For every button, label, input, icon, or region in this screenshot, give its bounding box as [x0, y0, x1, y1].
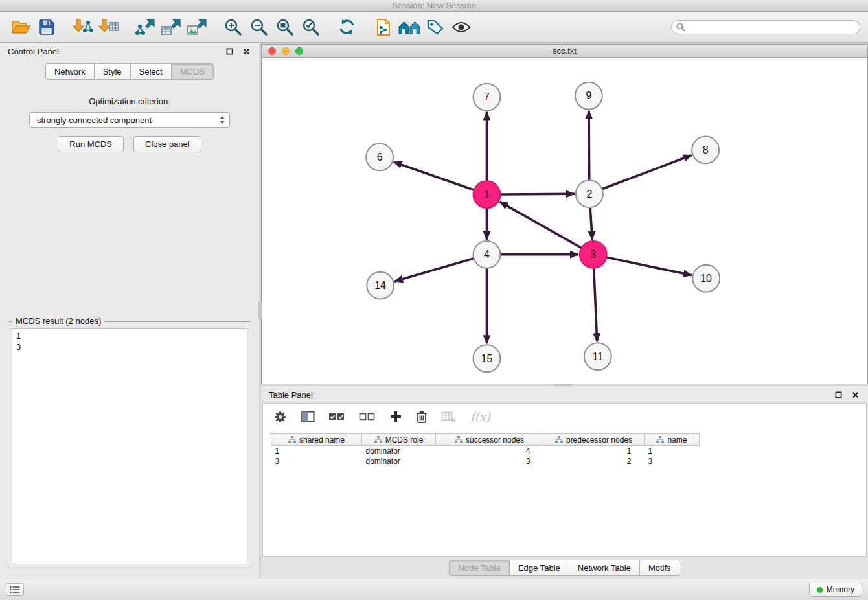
run-mcds-button[interactable]: Run MCDS [58, 136, 124, 152]
tab-node-table[interactable]: Node Table [449, 560, 510, 576]
graph-edge[interactable] [594, 268, 597, 342]
tab-motifs[interactable]: Motifs [640, 560, 680, 576]
import-network-button[interactable] [70, 15, 96, 40]
graph-edge[interactable] [589, 111, 589, 181]
delete-row-button[interactable] [416, 410, 428, 424]
window-zoom-icon[interactable]: + [295, 47, 303, 55]
graph-node-label: 15 [481, 353, 493, 364]
column-header[interactable]: MCDS role [362, 434, 436, 446]
search-input[interactable] [671, 20, 860, 34]
refresh-button[interactable] [334, 15, 360, 40]
tab-mcds[interactable]: MCDS [172, 63, 214, 80]
close-panel-action-button[interactable]: Close panel [133, 136, 201, 152]
graph-node-label: 4 [484, 249, 490, 260]
add-icon [389, 410, 402, 423]
graph-node-label: 8 [703, 144, 709, 156]
node-table-body: 1dominator4113dominator323 [271, 446, 700, 467]
graph-edge[interactable] [394, 259, 474, 282]
close-table-panel-button[interactable] [850, 389, 860, 400]
zoom-in-button[interactable] [220, 15, 246, 40]
graph-edge[interactable] [500, 194, 575, 194]
graph-node[interactable]: 3 [580, 241, 607, 268]
deselect-all-button[interactable] [359, 411, 376, 422]
close-panel-button[interactable] [241, 46, 251, 56]
column-header[interactable]: predecessor nodes [543, 434, 645, 446]
graph-node[interactable]: 4 [474, 241, 501, 268]
float-panel-button[interactable] [224, 46, 234, 56]
network-canvas[interactable]: 7968124314101511 [262, 58, 867, 384]
control-panel-tabs: Network Style Select MCDS [0, 63, 259, 80]
table-row[interactable]: 3dominator323 [271, 456, 700, 467]
window-minimize-icon[interactable]: − [282, 47, 290, 55]
column-header[interactable]: shared name [271, 434, 362, 446]
table-cell: dominator [362, 456, 436, 467]
graph-node[interactable]: 10 [692, 265, 720, 292]
zoom-fit-button[interactable] [272, 15, 298, 40]
graph-edge[interactable] [606, 257, 691, 275]
graph-node[interactable]: 2 [576, 180, 603, 207]
window-close-icon[interactable]: × [268, 47, 276, 55]
graph-edge[interactable] [590, 207, 592, 240]
table-settings-button[interactable] [273, 410, 287, 424]
import-table-button[interactable] [96, 15, 122, 40]
graph-node[interactable]: 11 [584, 343, 611, 370]
close-icon [243, 48, 250, 55]
column-chooser-button[interactable] [301, 410, 315, 423]
column-edit-icon [374, 436, 382, 443]
graph-node[interactable]: 9 [575, 82, 602, 110]
import-table-icon [98, 18, 119, 36]
export-table-icon [161, 18, 181, 36]
search-box [671, 20, 860, 34]
tab-select[interactable]: Select [131, 63, 172, 80]
show-graphics-details-button[interactable] [448, 15, 474, 40]
graph-node[interactable]: 7 [474, 84, 501, 111]
export-network-icon [135, 18, 155, 36]
column-header[interactable]: name [645, 434, 700, 446]
table-cell: 2 [543, 456, 645, 467]
open-file-button[interactable] [8, 15, 34, 40]
mcds-result-list[interactable]: 13 [12, 328, 247, 564]
graph-node[interactable]: 15 [474, 345, 501, 372]
table-panel-tabs: Node Table Edge Table Network Table Moti… [261, 557, 868, 579]
function-builder-button[interactable]: f(x) [470, 410, 490, 424]
zoom-selected-icon [302, 18, 320, 36]
select-all-button[interactable] [328, 411, 345, 422]
save-session-button[interactable] [34, 15, 60, 40]
graph-edge[interactable] [499, 202, 581, 248]
criterion-dropdown[interactable]: strongly connected component [29, 112, 230, 128]
tab-network-table[interactable]: Network Table [569, 560, 640, 576]
graph-edge[interactable] [394, 162, 474, 190]
zoom-in-icon [224, 18, 242, 36]
export-table-button[interactable] [158, 15, 184, 40]
table-row[interactable]: 1dominator411 [271, 446, 700, 456]
delete-table-button[interactable] [441, 410, 457, 423]
graph-node[interactable]: 6 [366, 143, 393, 170]
tab-style[interactable]: Style [95, 63, 131, 80]
tab-network[interactable]: Network [45, 63, 95, 80]
task-history-button[interactable] [6, 583, 24, 596]
apply-style-button[interactable] [422, 15, 448, 40]
tab-edge-table[interactable]: Edge Table [510, 560, 569, 576]
graph-node-label: 9 [586, 90, 591, 101]
mcds-result-line: 1 [16, 330, 243, 341]
zoom-selected-button[interactable] [298, 15, 324, 40]
graph-node[interactable]: 8 [692, 137, 719, 164]
graph-node[interactable]: 14 [367, 272, 394, 299]
zoom-out-button[interactable] [246, 15, 272, 40]
float-table-panel-button[interactable] [833, 389, 843, 400]
memory-button[interactable]: Memory [809, 583, 862, 597]
network-graph[interactable]: 7968124314101511 [262, 58, 867, 384]
network-window-titlebar[interactable]: × − + scc.txt [262, 45, 867, 58]
graph-node[interactable]: 1 [474, 181, 501, 208]
add-row-button[interactable] [389, 410, 402, 423]
trash-icon [416, 410, 428, 424]
vertical-splitter-handle[interactable] [258, 301, 262, 319]
mcds-result-group: MCDS result (2 nodes) 13 [8, 321, 251, 568]
home-button[interactable] [396, 15, 422, 40]
export-network-button[interactable] [132, 15, 158, 40]
network-file-button[interactable] [371, 15, 396, 40]
export-image-button[interactable] [184, 15, 210, 40]
column-header[interactable]: successor nodes [436, 434, 543, 446]
graph-edge[interactable] [602, 156, 691, 189]
graph-node-label: 7 [484, 91, 490, 102]
